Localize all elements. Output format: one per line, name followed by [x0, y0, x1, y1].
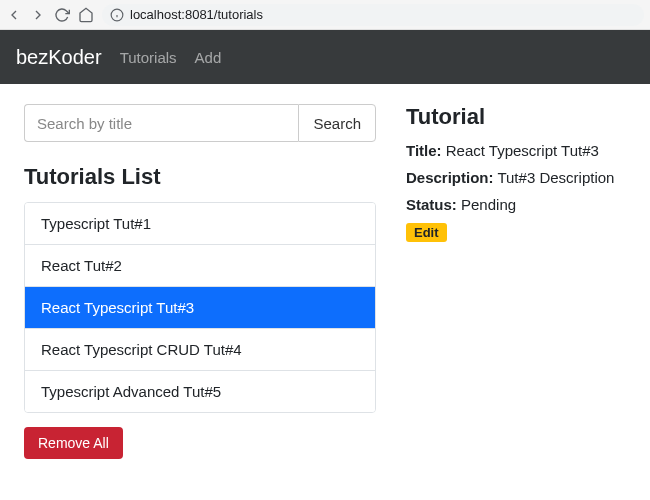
list-item[interactable]: Typescript Tut#1	[25, 203, 375, 245]
detail-description-label: Description:	[406, 169, 494, 186]
list-item[interactable]: React Typescript CRUD Tut#4	[25, 329, 375, 371]
address-bar[interactable]: localhost:8081/tutorials	[102, 4, 644, 26]
list-item[interactable]: Typescript Advanced Tut#5	[25, 371, 375, 412]
detail-title-label: Title:	[406, 142, 442, 159]
reload-icon[interactable]	[54, 7, 70, 23]
home-icon[interactable]	[78, 7, 94, 23]
left-column: Search Tutorials List Typescript Tut#1Re…	[24, 104, 376, 459]
detail-status-label: Status:	[406, 196, 457, 213]
search-button[interactable]: Search	[298, 104, 376, 142]
site-info-icon	[110, 8, 124, 22]
tutorial-list: Typescript Tut#1React Tut#2React Typescr…	[24, 202, 376, 413]
list-item[interactable]: React Tut#2	[25, 245, 375, 287]
back-icon[interactable]	[6, 7, 22, 23]
browser-toolbar: localhost:8081/tutorials	[0, 0, 650, 30]
url-text: localhost:8081/tutorials	[130, 7, 263, 22]
list-item[interactable]: React Typescript Tut#3	[25, 287, 375, 329]
detail-title-value: React Typescript Tut#3	[446, 142, 599, 159]
detail-status-value: Pending	[461, 196, 516, 213]
remove-all-button[interactable]: Remove All	[24, 427, 123, 459]
list-heading: Tutorials List	[24, 164, 376, 190]
search-row: Search	[24, 104, 376, 142]
detail-description-value: Tut#3 Description	[497, 169, 614, 186]
detail-status: Status: Pending	[406, 196, 626, 213]
detail-title: Title: React Typescript Tut#3	[406, 142, 626, 159]
main-content: Search Tutorials List Typescript Tut#1Re…	[0, 84, 650, 479]
edit-button[interactable]: Edit	[406, 223, 447, 242]
nav-link-add[interactable]: Add	[195, 49, 222, 66]
brand[interactable]: bezKoder	[16, 46, 102, 69]
forward-icon[interactable]	[30, 7, 46, 23]
app-navbar: bezKoder Tutorials Add	[0, 30, 650, 84]
search-input[interactable]	[24, 104, 298, 142]
detail-heading: Tutorial	[406, 104, 626, 130]
right-column: Tutorial Title: React Typescript Tut#3 D…	[406, 104, 626, 459]
nav-link-tutorials[interactable]: Tutorials	[120, 49, 177, 66]
detail-description: Description: Tut#3 Description	[406, 169, 626, 186]
